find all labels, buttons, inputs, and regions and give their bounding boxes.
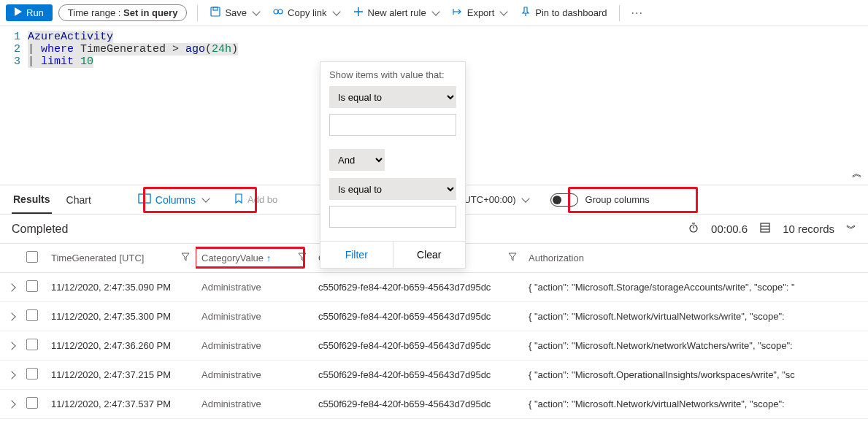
- svg-point-3: [274, 9, 278, 14]
- tab-results[interactable]: Results: [12, 186, 52, 214]
- row-checkbox[interactable]: [26, 309, 38, 321]
- cell-correlation: c550f629-fe84-420f-b659-45643d7d95dc: [312, 361, 523, 390]
- cell-category: Administrative: [196, 390, 312, 419]
- row-checkbox[interactable]: [26, 397, 38, 409]
- cell-category: Administrative: [196, 273, 312, 302]
- filter-value2[interactable]: [329, 206, 456, 228]
- table-row[interactable]: 11/12/2020, 2:47:37.537 PMAdministrative…: [0, 390, 868, 419]
- cell-time: 11/12/2020, 2:47:37.537 PM: [45, 390, 196, 419]
- svg-rect-1: [211, 7, 220, 16]
- expand-icon[interactable]: [7, 283, 15, 291]
- code-line[interactable]: | limit 10: [28, 55, 93, 68]
- save-button[interactable]: Save: [204, 3, 265, 23]
- svg-rect-2: [213, 7, 218, 10]
- stopwatch-icon: [688, 222, 699, 236]
- export-button[interactable]: Export: [446, 3, 513, 23]
- code-line[interactable]: | where TimeGenerated > ago(24h): [28, 43, 238, 55]
- new-alert-button[interactable]: New alert rule: [347, 3, 445, 23]
- chevron-down-icon: [500, 7, 508, 15]
- cell-correlation: c550f629-fe84-420f-b659-45643d7d95dc: [312, 390, 523, 419]
- row-checkbox[interactable]: [26, 368, 38, 380]
- bookmark-icon: [234, 193, 244, 207]
- records-icon: [759, 222, 771, 236]
- chevron-down-icon: [521, 194, 529, 202]
- filter-title: Show items with value that:: [329, 69, 456, 80]
- expand-icon[interactable]: [7, 342, 15, 350]
- save-label: Save: [225, 7, 247, 18]
- filter-op1[interactable]: Is equal to: [329, 86, 456, 108]
- cell-time: 11/12/2020, 2:47:36.260 PM: [45, 331, 196, 361]
- expand-icon[interactable]: [7, 400, 15, 408]
- save-icon: [210, 6, 221, 20]
- expand-icon[interactable]: ︾: [846, 223, 856, 236]
- table-row[interactable]: 11/12/2020, 2:47:37.215 PMAdministrative…: [0, 361, 868, 390]
- row-checkbox[interactable]: [26, 339, 38, 350]
- new-alert-label: New alert rule: [368, 7, 426, 18]
- chevron-down-icon: [431, 7, 439, 15]
- cell-time: 11/12/2020, 2:47:37.215 PM: [45, 361, 196, 390]
- top-toolbar: Run Time range : Set in query Save Copy …: [0, 0, 868, 26]
- group-columns-toggle[interactable]: [550, 193, 578, 207]
- cell-authorization: { "action": "Microsoft.Network/networkWa…: [523, 331, 868, 361]
- svg-marker-0: [15, 7, 22, 16]
- cell-authorization: { "action": "Microsoft.Network/virtualNe…: [523, 390, 868, 419]
- filter-apply-button[interactable]: Filter: [320, 242, 393, 268]
- time-range-label: Time range :: [68, 7, 121, 18]
- filter-popover: Show items with value that: Is equal to …: [320, 61, 466, 269]
- run-label: Run: [26, 7, 44, 18]
- funnel-icon[interactable]: [181, 253, 190, 263]
- play-icon: [15, 7, 22, 18]
- divider: [619, 5, 620, 21]
- pin-label: Pin to dashboard: [535, 7, 607, 18]
- add-bookmark-label: Add bo: [247, 194, 277, 205]
- collapse-icon[interactable]: ︽: [852, 167, 862, 180]
- table-row[interactable]: 11/12/2020, 2:47:36.260 PMAdministrative…: [0, 331, 868, 361]
- table-row[interactable]: 11/12/2020, 2:47:35.090 PMAdministrative…: [0, 273, 868, 302]
- svg-point-4: [278, 9, 283, 14]
- copy-link-button[interactable]: Copy link: [266, 3, 345, 23]
- divider: [197, 5, 198, 21]
- pin-icon: [520, 6, 531, 20]
- more-button[interactable]: ···: [626, 7, 649, 20]
- pin-button[interactable]: Pin to dashboard: [514, 3, 612, 23]
- cell-correlation: c550f629-fe84-420f-b659-45643d7d95dc: [312, 302, 523, 331]
- columns-button[interactable]: Columns: [132, 190, 215, 209]
- sort-asc-icon: ↑: [266, 253, 272, 263]
- chevron-down-icon: [201, 194, 210, 202]
- time-range-pill[interactable]: Time range : Set in query: [58, 4, 188, 21]
- cell-time: 11/12/2020, 2:47:35.090 PM: [45, 273, 196, 302]
- copy-link-label: Copy link: [288, 7, 326, 18]
- columns-icon: [138, 193, 151, 206]
- chevron-down-icon: [332, 7, 340, 15]
- cell-category: Administrative: [196, 361, 312, 390]
- col-category[interactable]: CategoryValue ↑: [196, 244, 312, 273]
- run-button[interactable]: Run: [6, 4, 53, 21]
- filter-logic[interactable]: And: [329, 149, 385, 171]
- select-all-checkbox[interactable]: [26, 251, 38, 263]
- col-time[interactable]: TimeGenerated [UTC]: [45, 244, 196, 273]
- results-table: TimeGenerated [UTC] CategoryValue ↑ Corr…: [0, 244, 868, 419]
- tab-chart[interactable]: Chart: [65, 187, 93, 213]
- filter-op2[interactable]: Is equal to: [329, 178, 456, 200]
- filter-clear-button[interactable]: Clear: [393, 242, 466, 268]
- columns-label: Columns: [155, 194, 196, 206]
- line-number: 3: [9, 55, 28, 68]
- cell-category: Administrative: [196, 331, 312, 361]
- table-row[interactable]: 11/12/2020, 2:47:35.300 PMAdministrative…: [0, 302, 868, 331]
- cell-correlation: c550f629-fe84-420f-b659-45643d7d95dc: [312, 331, 523, 361]
- time-range-value: Set in query: [123, 7, 177, 18]
- export-icon: [452, 6, 464, 20]
- elapsed-time: 00:00.6: [711, 223, 748, 235]
- row-checkbox[interactable]: [26, 280, 38, 292]
- expand-icon[interactable]: [7, 371, 15, 379]
- export-label: Export: [467, 7, 495, 18]
- funnel-icon[interactable]: [298, 253, 307, 263]
- cell-category: Administrative: [196, 302, 312, 331]
- filter-value1[interactable]: [329, 114, 456, 136]
- funnel-icon[interactable]: [508, 253, 517, 263]
- col-authorization[interactable]: Authorization: [523, 244, 868, 273]
- line-number: 2: [9, 43, 28, 55]
- cell-time: 11/12/2020, 2:47:35.300 PM: [45, 302, 196, 331]
- code-line[interactable]: AzureActivity: [28, 31, 113, 43]
- expand-icon[interactable]: [7, 312, 15, 320]
